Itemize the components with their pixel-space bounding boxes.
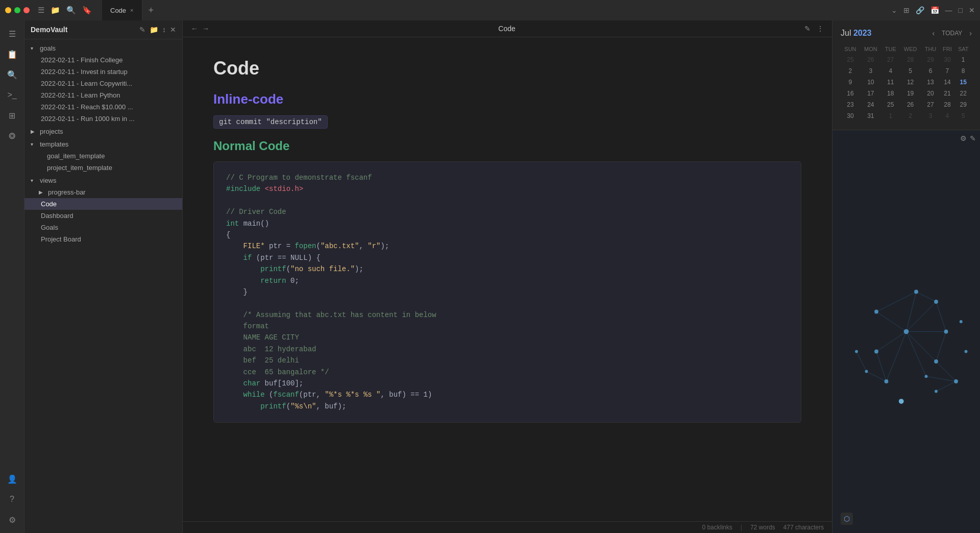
minimize-button[interactable]	[5, 7, 11, 13]
cal-day-0-1[interactable]: 26	[860, 54, 881, 65]
grid-icon[interactable]: ⊞	[3, 106, 21, 125]
cal-day-2-1[interactable]: 10	[860, 77, 881, 88]
cal-day-4-4[interactable]: 27	[921, 99, 940, 110]
cal-day-4-1[interactable]: 24	[860, 99, 881, 110]
files-icon[interactable]: 📋	[3, 45, 21, 63]
link-icon[interactable]: 🔗	[916, 6, 924, 14]
file-project-board[interactable]: Project Board	[24, 233, 182, 245]
file-finish-college[interactable]: 2022-02-11 - Finish College	[24, 54, 182, 66]
cal-day-5-0[interactable]: 30	[841, 110, 860, 122]
nav-forward-button[interactable]: →	[202, 25, 209, 33]
file-dashboard[interactable]: Dashboard	[24, 210, 182, 222]
calendar-prev-button[interactable]: ‹	[932, 29, 935, 37]
settings-icon[interactable]: ⚙	[3, 511, 21, 529]
file-project-template[interactable]: project_item_template	[24, 162, 182, 174]
cal-day-3-1[interactable]: 17	[860, 88, 881, 99]
file-run-1000km[interactable]: 2022-02-11 - Run 1000 km in ...	[24, 113, 182, 125]
cal-day-1-1[interactable]: 3	[860, 65, 881, 77]
more-options-icon[interactable]: ⋮	[817, 25, 824, 33]
cal-day-3-3[interactable]: 19	[900, 88, 921, 99]
cal-day-2-4[interactable]: 13	[921, 77, 940, 88]
community-icon[interactable]: ❂	[3, 127, 21, 145]
cal-day-1-4[interactable]: 6	[921, 65, 940, 77]
calendar-today-button[interactable]: TODAY	[939, 29, 965, 38]
terminal-icon[interactable]: >_	[3, 86, 21, 104]
help-icon[interactable]: ?	[3, 490, 21, 508]
file-code[interactable]: Code	[24, 198, 182, 210]
progress-bar-folder[interactable]: ▶ progress-bar	[24, 186, 182, 198]
new-folder-icon[interactable]: 📁	[150, 26, 158, 34]
edit-icon[interactable]: ✎	[804, 25, 811, 33]
cal-day-1-2[interactable]: 4	[881, 65, 900, 77]
cal-day-4-0[interactable]: 23	[841, 99, 860, 110]
cal-day-5-5[interactable]: 4	[940, 110, 954, 122]
calendar-icon[interactable]: 📅	[930, 6, 939, 14]
sort-icon[interactable]: ↕	[162, 26, 166, 34]
file-reach-10k[interactable]: 2022-02-11 - Reach $10.000 ...	[24, 101, 182, 113]
cal-day-5-6[interactable]: 5	[954, 110, 972, 122]
cal-day-2-3[interactable]: 12	[900, 77, 921, 88]
cal-day-0-4[interactable]: 29	[921, 54, 940, 65]
cal-day-2-0[interactable]: 9	[841, 77, 860, 88]
file-learn-python[interactable]: 2022-02-11 - Learn Python	[24, 89, 182, 101]
maximize-button[interactable]	[14, 7, 20, 13]
sidebar-icon[interactable]: ☰	[3, 25, 21, 43]
templates-folder[interactable]: ▾ templates	[24, 138, 182, 150]
views-folder[interactable]: ▾ views	[24, 175, 182, 186]
folder-icon[interactable]: 📁	[51, 6, 60, 15]
bookmark-icon[interactable]: 🔖	[82, 6, 92, 15]
graph-node-button[interactable]: ⬡	[841, 513, 853, 525]
cal-day-4-6[interactable]: 29	[954, 99, 972, 110]
goals-label: goals	[40, 44, 56, 52]
person-icon[interactable]: 👤	[3, 470, 21, 488]
nav-back-button[interactable]: ←	[191, 25, 198, 33]
file-invest-startup[interactable]: 2022-02-11 - Invest in startup	[24, 66, 182, 78]
sidebar-toggle-icon[interactable]: ☰	[38, 6, 44, 15]
cal-day-1-0[interactable]: 2	[841, 65, 860, 77]
cal-day-2-5[interactable]: 14	[940, 77, 954, 88]
cal-day-2-2[interactable]: 11	[881, 77, 900, 88]
projects-folder[interactable]: ▶ projects	[24, 126, 182, 137]
dropdown-icon[interactable]: ⌄	[891, 6, 897, 14]
close-button[interactable]	[23, 7, 30, 13]
graph-edit-button[interactable]: ✎	[970, 134, 976, 142]
cal-day-3-2[interactable]: 18	[881, 88, 900, 99]
goals-folder[interactable]: ▾ goals	[24, 42, 182, 54]
cal-day-3-0[interactable]: 16	[841, 88, 860, 99]
cal-day-4-5[interactable]: 28	[940, 99, 954, 110]
cal-day-3-4[interactable]: 20	[921, 88, 940, 99]
cal-day-5-4[interactable]: 3	[921, 110, 940, 122]
search-icon[interactable]: 🔍	[66, 6, 76, 15]
window-close-icon[interactable]: ✕	[969, 6, 975, 14]
cal-day-4-3[interactable]: 26	[900, 99, 921, 110]
graph-settings-button[interactable]: ⚙	[960, 134, 967, 142]
window-restore-icon[interactable]: □	[959, 6, 963, 14]
cal-day-0-3[interactable]: 28	[900, 54, 921, 65]
close-sidebar-icon[interactable]: ✕	[170, 26, 176, 34]
cal-day-0-6[interactable]: 1	[954, 54, 972, 65]
split-view-icon[interactable]: ⊞	[903, 6, 910, 14]
window-minimize-icon[interactable]: —	[945, 6, 952, 14]
search-bar-icon[interactable]: 🔍	[3, 65, 21, 84]
cal-day-5-1[interactable]: 31	[860, 110, 881, 122]
new-tab-button[interactable]: +	[142, 5, 160, 16]
cal-day-1-5[interactable]: 7	[940, 65, 954, 77]
calendar-next-button[interactable]: ›	[969, 29, 972, 37]
cal-day-1-3[interactable]: 5	[900, 65, 921, 77]
cal-day-1-6[interactable]: 8	[954, 65, 972, 77]
cal-day-0-0[interactable]: 25	[841, 54, 860, 65]
cal-day-3-6[interactable]: 22	[954, 88, 972, 99]
file-goal-template[interactable]: goal_item_template	[24, 150, 182, 162]
cal-day-4-2[interactable]: 25	[881, 99, 900, 110]
cal-day-3-5[interactable]: 21	[940, 88, 954, 99]
file-learn-copy[interactable]: 2022-02-11 - Learn Copywriti...	[24, 78, 182, 89]
tab-code[interactable]: Code ×	[102, 0, 142, 20]
cal-day-0-2[interactable]: 27	[881, 54, 900, 65]
cal-day-0-5[interactable]: 30	[940, 54, 954, 65]
cal-day-5-3[interactable]: 2	[900, 110, 921, 122]
cal-day-5-2[interactable]: 1	[881, 110, 900, 122]
cal-day-2-6[interactable]: 15	[954, 77, 972, 88]
new-note-icon[interactable]: ✎	[139, 26, 145, 34]
file-goals[interactable]: Goals	[24, 222, 182, 233]
tab-code-close[interactable]: ×	[130, 7, 133, 13]
